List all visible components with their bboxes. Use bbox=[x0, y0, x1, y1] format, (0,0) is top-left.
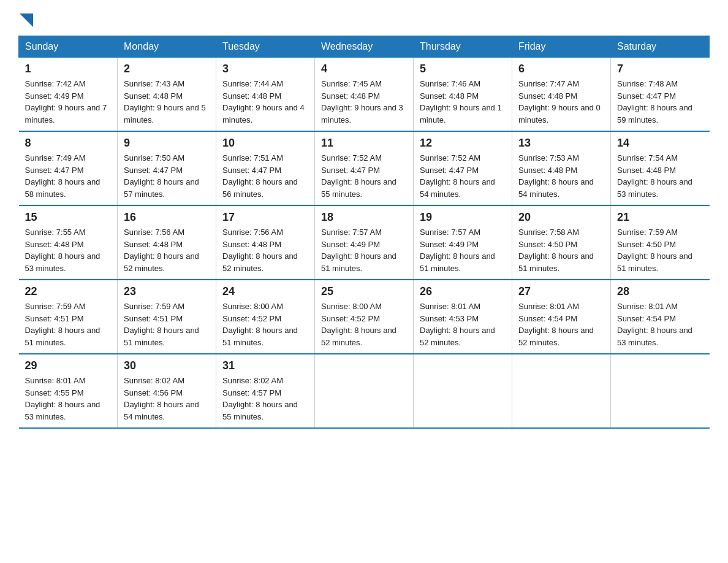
calendar-cell: 13 Sunrise: 7:53 AMSunset: 4:48 PMDaylig… bbox=[512, 131, 611, 205]
calendar-cell: 5 Sunrise: 7:46 AMSunset: 4:48 PMDayligh… bbox=[414, 58, 512, 132]
header-sunday: Sunday bbox=[19, 36, 118, 58]
day-info: Sunrise: 8:01 AMSunset: 4:55 PMDaylight:… bbox=[25, 376, 100, 421]
calendar-cell: 3 Sunrise: 7:44 AMSunset: 4:48 PMDayligh… bbox=[216, 58, 315, 132]
calendar-cell bbox=[414, 354, 512, 428]
header-thursday: Thursday bbox=[414, 36, 512, 58]
day-number: 16 bbox=[124, 211, 210, 224]
day-number: 10 bbox=[222, 137, 308, 150]
day-number: 6 bbox=[518, 63, 604, 75]
day-number: 24 bbox=[222, 285, 308, 298]
day-number: 5 bbox=[420, 63, 506, 75]
day-info: Sunrise: 7:55 AMSunset: 4:48 PMDaylight:… bbox=[25, 228, 100, 273]
calendar-cell: 15 Sunrise: 7:55 AMSunset: 4:48 PMDaylig… bbox=[19, 205, 118, 280]
calendar-cell: 11 Sunrise: 7:52 AMSunset: 4:47 PMDaylig… bbox=[315, 131, 414, 205]
header-tuesday: Tuesday bbox=[216, 36, 315, 58]
calendar-cell: 27 Sunrise: 8:01 AMSunset: 4:54 PMDaylig… bbox=[512, 280, 611, 354]
day-info: Sunrise: 8:01 AMSunset: 4:54 PMDaylight:… bbox=[518, 302, 594, 347]
header-friday: Friday bbox=[512, 36, 611, 58]
header-saturday: Saturday bbox=[611, 36, 710, 58]
day-info: Sunrise: 7:42 AMSunset: 4:49 PMDaylight:… bbox=[25, 79, 107, 124]
day-number: 3 bbox=[222, 63, 308, 75]
calendar-cell: 18 Sunrise: 7:57 AMSunset: 4:49 PMDaylig… bbox=[315, 205, 414, 280]
day-info: Sunrise: 7:54 AMSunset: 4:48 PMDaylight:… bbox=[617, 153, 692, 199]
day-number: 11 bbox=[321, 137, 407, 150]
week-row-3: 15 Sunrise: 7:55 AMSunset: 4:48 PMDaylig… bbox=[19, 205, 710, 280]
day-info: Sunrise: 7:51 AMSunset: 4:47 PMDaylight:… bbox=[222, 153, 298, 199]
calendar-cell: 28 Sunrise: 8:01 AMSunset: 4:54 PMDaylig… bbox=[611, 280, 710, 354]
day-info: Sunrise: 7:59 AMSunset: 4:51 PMDaylight:… bbox=[25, 302, 100, 347]
calendar-cell: 26 Sunrise: 8:01 AMSunset: 4:53 PMDaylig… bbox=[414, 280, 512, 354]
calendar-cell: 31 Sunrise: 8:02 AMSunset: 4:57 PMDaylig… bbox=[216, 354, 315, 428]
calendar-cell: 20 Sunrise: 7:58 AMSunset: 4:50 PMDaylig… bbox=[512, 205, 611, 280]
day-number: 30 bbox=[124, 359, 210, 372]
day-info: Sunrise: 8:01 AMSunset: 4:54 PMDaylight:… bbox=[617, 302, 692, 347]
week-row-1: 1 Sunrise: 7:42 AMSunset: 4:49 PMDayligh… bbox=[19, 58, 710, 132]
day-info: Sunrise: 7:59 AMSunset: 4:50 PMDaylight:… bbox=[617, 228, 692, 273]
header-monday: Monday bbox=[118, 36, 216, 58]
day-info: Sunrise: 7:52 AMSunset: 4:47 PMDaylight:… bbox=[420, 153, 495, 199]
calendar-cell: 17 Sunrise: 7:56 AMSunset: 4:48 PMDaylig… bbox=[216, 205, 315, 280]
day-number: 25 bbox=[321, 285, 407, 298]
day-number: 19 bbox=[420, 211, 506, 224]
day-number: 12 bbox=[420, 137, 506, 150]
day-number: 1 bbox=[25, 63, 112, 75]
calendar-cell: 19 Sunrise: 7:57 AMSunset: 4:49 PMDaylig… bbox=[414, 205, 512, 280]
day-number: 15 bbox=[25, 211, 112, 224]
calendar-cell: 23 Sunrise: 7:59 AMSunset: 4:51 PMDaylig… bbox=[118, 280, 216, 354]
calendar-cell: 2 Sunrise: 7:43 AMSunset: 4:48 PMDayligh… bbox=[118, 58, 216, 132]
day-number: 27 bbox=[518, 285, 604, 298]
day-info: Sunrise: 8:00 AMSunset: 4:52 PMDaylight:… bbox=[321, 302, 396, 347]
calendar-header: SundayMondayTuesdayWednesdayThursdayFrid… bbox=[19, 36, 710, 58]
day-info: Sunrise: 7:45 AMSunset: 4:48 PMDaylight:… bbox=[321, 79, 403, 124]
day-info: Sunrise: 7:58 AMSunset: 4:50 PMDaylight:… bbox=[518, 228, 594, 273]
day-number: 20 bbox=[518, 211, 604, 224]
calendar-cell bbox=[315, 354, 414, 428]
day-info: Sunrise: 7:49 AMSunset: 4:47 PMDaylight:… bbox=[25, 153, 100, 199]
day-number: 23 bbox=[124, 285, 210, 298]
calendar-cell bbox=[611, 354, 710, 428]
day-number: 8 bbox=[25, 137, 112, 150]
calendar-cell bbox=[512, 354, 611, 428]
day-number: 22 bbox=[25, 285, 112, 298]
svg-marker-0 bbox=[20, 13, 33, 27]
day-number: 14 bbox=[617, 137, 703, 150]
calendar-cell: 12 Sunrise: 7:52 AMSunset: 4:47 PMDaylig… bbox=[414, 131, 512, 205]
day-number: 28 bbox=[617, 285, 703, 298]
day-number: 31 bbox=[222, 359, 308, 372]
day-info: Sunrise: 8:02 AMSunset: 4:56 PMDaylight:… bbox=[124, 376, 199, 421]
calendar-cell: 7 Sunrise: 7:48 AMSunset: 4:47 PMDayligh… bbox=[611, 58, 710, 132]
calendar-cell: 10 Sunrise: 7:51 AMSunset: 4:47 PMDaylig… bbox=[216, 131, 315, 205]
week-row-4: 22 Sunrise: 7:59 AMSunset: 4:51 PMDaylig… bbox=[19, 280, 710, 354]
calendar-cell: 25 Sunrise: 8:00 AMSunset: 4:52 PMDaylig… bbox=[315, 280, 414, 354]
day-info: Sunrise: 7:47 AMSunset: 4:48 PMDaylight:… bbox=[518, 79, 601, 124]
day-info: Sunrise: 8:01 AMSunset: 4:53 PMDaylight:… bbox=[420, 302, 495, 347]
header-wednesday: Wednesday bbox=[315, 36, 414, 58]
calendar-cell: 9 Sunrise: 7:50 AMSunset: 4:47 PMDayligh… bbox=[118, 131, 216, 205]
day-info: Sunrise: 7:53 AMSunset: 4:48 PMDaylight:… bbox=[518, 153, 594, 199]
day-info: Sunrise: 7:50 AMSunset: 4:47 PMDaylight:… bbox=[124, 153, 199, 199]
day-number: 13 bbox=[518, 137, 604, 150]
day-info: Sunrise: 7:44 AMSunset: 4:48 PMDaylight:… bbox=[222, 79, 305, 124]
week-row-2: 8 Sunrise: 7:49 AMSunset: 4:47 PMDayligh… bbox=[19, 131, 710, 205]
day-number: 21 bbox=[617, 211, 703, 224]
calendar-cell: 4 Sunrise: 7:45 AMSunset: 4:48 PMDayligh… bbox=[315, 58, 414, 132]
header-row: SundayMondayTuesdayWednesdayThursdayFrid… bbox=[19, 36, 710, 58]
calendar-table: SundayMondayTuesdayWednesdayThursdayFrid… bbox=[18, 36, 710, 429]
calendar-cell: 1 Sunrise: 7:42 AMSunset: 4:49 PMDayligh… bbox=[19, 58, 118, 132]
day-info: Sunrise: 7:57 AMSunset: 4:49 PMDaylight:… bbox=[321, 228, 396, 273]
calendar-cell: 21 Sunrise: 7:59 AMSunset: 4:50 PMDaylig… bbox=[611, 205, 710, 280]
calendar-body: 1 Sunrise: 7:42 AMSunset: 4:49 PMDayligh… bbox=[19, 58, 710, 429]
day-info: Sunrise: 7:48 AMSunset: 4:47 PMDaylight:… bbox=[617, 79, 692, 124]
calendar-cell: 6 Sunrise: 7:47 AMSunset: 4:48 PMDayligh… bbox=[512, 58, 611, 132]
logo-arrow-icon bbox=[20, 13, 33, 27]
calendar-cell: 22 Sunrise: 7:59 AMSunset: 4:51 PMDaylig… bbox=[19, 280, 118, 354]
day-info: Sunrise: 7:56 AMSunset: 4:48 PMDaylight:… bbox=[222, 228, 298, 273]
day-number: 26 bbox=[420, 285, 506, 298]
calendar-cell: 30 Sunrise: 8:02 AMSunset: 4:56 PMDaylig… bbox=[118, 354, 216, 428]
day-number: 17 bbox=[222, 211, 308, 224]
page-header bbox=[18, 12, 710, 23]
day-info: Sunrise: 7:59 AMSunset: 4:51 PMDaylight:… bbox=[124, 302, 199, 347]
day-number: 4 bbox=[321, 63, 407, 75]
day-info: Sunrise: 8:02 AMSunset: 4:57 PMDaylight:… bbox=[222, 376, 298, 421]
calendar-cell: 16 Sunrise: 7:56 AMSunset: 4:48 PMDaylig… bbox=[118, 205, 216, 280]
